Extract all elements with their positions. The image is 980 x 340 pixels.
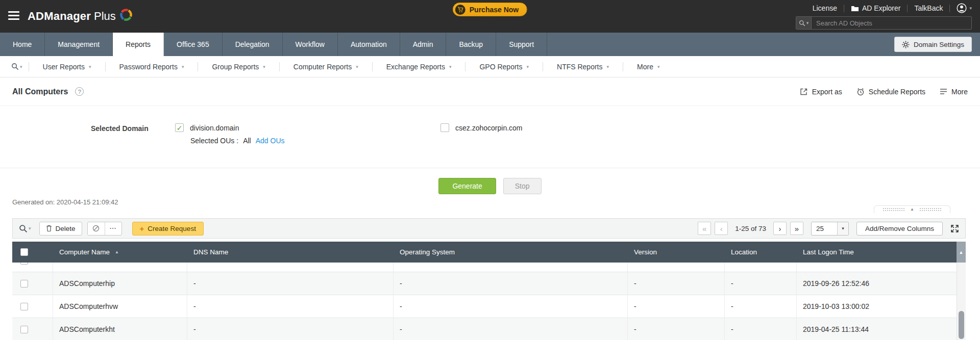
app-logo: ADManager Plus [28, 0, 133, 33]
ad-explorer-link[interactable]: AD Explorer [851, 4, 900, 12]
chevron-down-icon: ▾ [969, 6, 972, 11]
column-header-location[interactable]: Location [725, 242, 797, 263]
search-ad-objects: ▾ [796, 16, 972, 30]
main-nav: Home Management Reports Office 365 Deleg… [0, 33, 980, 56]
search-scope-button[interactable]: ▾ [796, 17, 812, 29]
search-input[interactable] [812, 17, 971, 29]
collapse-up-icon: ▲ [910, 207, 914, 212]
panel-collapse-handle[interactable]: ▲ [874, 205, 950, 213]
license-link[interactable]: License [813, 4, 837, 12]
row-checkbox[interactable] [20, 280, 28, 287]
tab-office365[interactable]: Office 365 [164, 33, 223, 56]
first-page-button[interactable]: « [698, 222, 711, 235]
list-icon [940, 88, 947, 95]
domain-checkbox-unchecked[interactable] [440, 123, 449, 132]
add-ous-link[interactable]: Add OUs [256, 137, 285, 145]
table-toolbar: ▾ Delete ... + Create Request « ‹ 1 [12, 218, 966, 239]
create-request-button[interactable]: + Create Request [132, 222, 204, 236]
row-checkbox[interactable] [20, 326, 28, 333]
row-actions-group: ... [87, 222, 122, 236]
domain-checkbox-checked[interactable]: ✓ [175, 123, 184, 132]
column-header-last-logon-time[interactable]: Last Logon Time [797, 242, 957, 263]
scroll-up-button[interactable]: ▲ [957, 242, 966, 263]
column-search-button[interactable]: ▾ [19, 224, 31, 233]
tab-automation[interactable]: Automation [338, 33, 400, 56]
domain-division: ✓ division.domain Selected OUs : All Add… [175, 123, 285, 145]
export-as-button[interactable]: Export as [800, 88, 842, 96]
select-all-checkbox[interactable] [20, 248, 28, 256]
chevron-down-icon: ▾ [449, 64, 452, 69]
report-search-button[interactable]: ▾ [5, 63, 29, 70]
disable-button[interactable] [88, 222, 105, 235]
row-checkbox[interactable] [20, 263, 28, 265]
delete-button[interactable]: Delete [39, 222, 82, 236]
nav-password-reports[interactable]: Password Reports▾ [106, 63, 198, 71]
tab-home[interactable]: Home [0, 33, 45, 56]
next-page-button[interactable]: › [773, 222, 787, 235]
computers-table: Computer Name ▲ DNS Name Operating Syste… [12, 242, 966, 340]
tab-management[interactable]: Management [45, 33, 113, 56]
column-header-operating-system[interactable]: Operating System [394, 242, 628, 263]
nav-user-reports[interactable]: User Reports▾ [29, 63, 105, 71]
purchase-now-label: Purchase Now [470, 6, 519, 14]
cart-icon [455, 5, 465, 15]
sort-ascending-icon: ▲ [115, 250, 119, 254]
search-icon [19, 224, 28, 233]
stop-button[interactable]: Stop [503, 178, 542, 194]
nav-ntfs-reports[interactable]: NTFS Reports▾ [543, 63, 623, 71]
generate-button[interactable]: Generate [438, 178, 496, 194]
alarm-clock-icon [856, 88, 865, 96]
schedule-reports-button[interactable]: Schedule Reports [856, 88, 925, 96]
admanager-app: ADManager Plus Purchase Now License [0, 0, 980, 340]
block-icon [92, 225, 100, 232]
chevron-down-icon: ▾ [29, 226, 31, 231]
tab-reports[interactable]: Reports [113, 33, 164, 56]
more-row-actions-button[interactable]: ... [105, 222, 121, 235]
top-bar: ADManager Plus Purchase Now License [0, 0, 980, 33]
divider [907, 5, 908, 12]
user-avatar-icon [957, 3, 967, 13]
generated-on-text: Generated on: 2020-04-15 21:09:42 [12, 198, 118, 206]
tab-support[interactable]: Support [496, 33, 547, 56]
scrollbar-thumb[interactable] [959, 311, 964, 339]
domain-selection-section: Selected Domain ✓ division.domain Select… [0, 106, 980, 168]
nav-group-reports[interactable]: Group Reports▾ [198, 63, 279, 71]
table-row[interactable]: ADSComputerhvw - - - - 2019-10-03 13:00:… [12, 295, 957, 318]
tab-backup[interactable]: Backup [446, 33, 496, 56]
nav-computer-reports[interactable]: Computer Reports▾ [280, 63, 372, 71]
domain-settings-label: Domain Settings [914, 41, 964, 48]
table-row[interactable]: ADSComputerkht - - - - 2019-04-25 11:13:… [12, 318, 957, 340]
fullscreen-icon[interactable] [950, 224, 959, 233]
menu-icon[interactable] [8, 11, 19, 20]
scrollbar-track[interactable] [957, 263, 966, 340]
check-icon: ✓ [177, 124, 183, 132]
selected-domain-label: Selected Domain [91, 124, 162, 133]
nav-exchange-reports[interactable]: Exchange Reports▾ [373, 63, 465, 71]
generate-row: Generate Stop [0, 177, 980, 195]
tab-delegation[interactable]: Delegation [223, 33, 283, 56]
column-header-computer-name[interactable]: Computer Name ▲ [53, 242, 187, 263]
nav-more-reports[interactable]: More▾ [623, 63, 673, 71]
tab-admin[interactable]: Admin [400, 33, 447, 56]
nav-gpo-reports[interactable]: GPO Reports▾ [465, 63, 543, 71]
chevron-down-icon: ▾ [657, 64, 660, 69]
table-row[interactable]: ADSComputerhip - - - - 2019-09-26 12:52:… [12, 272, 957, 295]
tab-workflow[interactable]: Workflow [283, 33, 338, 56]
purchase-now-button[interactable]: Purchase Now [453, 3, 527, 16]
column-header-version[interactable]: Version [628, 242, 725, 263]
trash-icon [46, 225, 52, 232]
prev-page-button[interactable]: ‹ [715, 222, 728, 235]
domain-settings-button[interactable]: Domain Settings [894, 37, 972, 52]
row-checkbox[interactable] [20, 303, 28, 310]
clipped-table-row [12, 263, 966, 272]
last-page-button[interactable]: » [790, 222, 803, 235]
more-actions-button[interactable]: More [940, 88, 968, 96]
page-size-select[interactable]: 25 ▾ [811, 222, 849, 236]
help-icon[interactable]: ? [75, 87, 84, 96]
talkback-link[interactable]: TalkBack [914, 4, 943, 12]
add-remove-columns-button[interactable]: Add/Remove Columns [856, 222, 943, 236]
drag-dots-icon [919, 207, 942, 212]
chevron-down-icon: ▾ [837, 222, 848, 235]
user-menu[interactable]: ▾ [957, 3, 972, 13]
column-header-dns-name[interactable]: DNS Name [187, 242, 394, 263]
